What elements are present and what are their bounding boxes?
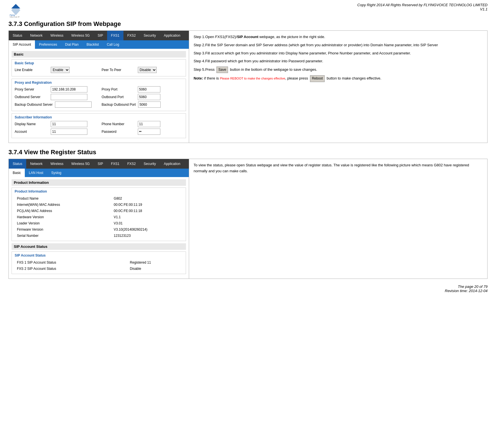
nav2-network[interactable]: Network	[26, 159, 46, 169]
account-input[interactable]	[51, 129, 87, 135]
line-enable-select[interactable]: Enable Disable	[51, 67, 70, 73]
outbound-port-label: Outbound Port	[102, 95, 136, 99]
nav2-fxs2[interactable]: FXS2	[123, 159, 140, 169]
proxy-server-label: Proxy Server	[15, 87, 48, 91]
section2-instructions: To view the status, please open Status w…	[189, 159, 487, 279]
phone-number-input[interactable]	[138, 121, 160, 127]
section2-nav-bar: Status Network Wireless Wireless 5G SIP …	[9, 159, 189, 169]
field-value: Registered 11	[128, 260, 182, 265]
outbound-server-input[interactable]	[51, 94, 87, 100]
section2-sub-nav: Basic LAN Host Syslog	[9, 169, 189, 177]
backup-port-input[interactable]	[138, 101, 161, 108]
nav-status[interactable]: Status	[9, 31, 26, 40]
field-label: Internet(WAN) MAC Address	[15, 202, 112, 208]
display-row: Display Name Phone Number	[15, 121, 183, 127]
reboot-warning: Please REBOOT to make the changes effect…	[220, 77, 285, 80]
nav-sip[interactable]: SIP	[94, 31, 107, 40]
subnav-dial-plan[interactable]: Dial Plan	[61, 40, 83, 49]
section2-form: Product Information Product Information …	[9, 177, 189, 279]
table-row: Firmware VersionV3.10(201408260214)	[15, 227, 182, 232]
nav2-wireless[interactable]: Wireless	[46, 159, 67, 169]
proxy-port-input[interactable]	[138, 86, 160, 92]
section2-content: Status Network Wireless Wireless 5G SIP …	[8, 159, 488, 279]
backup-server-label: Backup Outbound Server	[15, 103, 53, 107]
subnav-blacklist[interactable]: Blacklist	[83, 40, 103, 49]
nav-application[interactable]: Application	[160, 31, 184, 40]
product-info-table: Product NameG802Internet(WAN) MAC Addres…	[15, 195, 183, 239]
sip-status-header: SIP Account Status	[12, 243, 186, 250]
backup-server-pair: Backup Outbound Server	[15, 101, 96, 108]
display-name-input[interactable]	[51, 121, 87, 127]
nav-network[interactable]: Network	[26, 31, 46, 40]
phone-number-label: Phone Number	[102, 122, 136, 126]
proxy-server-pair: Proxy Server	[15, 86, 96, 92]
section1-nav-bar: Status Network Wireless Wireless 5G SIP …	[9, 31, 189, 40]
step3-text: Step 3.Fill account which get from you a…	[194, 50, 483, 56]
subscriber-group: Subscriber Information Display Name Phon…	[12, 113, 186, 138]
nav-fxs2[interactable]: FXS2	[123, 31, 140, 40]
outbound-port-input[interactable]	[138, 94, 160, 100]
backup-row: Backup Outbound Server Backup Outbound P…	[15, 101, 183, 108]
field-label: Hardware Version	[15, 214, 112, 220]
phone-number-pair: Phone Number	[102, 121, 183, 127]
proxy-port-label: Proxy Port	[102, 87, 136, 91]
field-label: Serial Number	[15, 233, 112, 239]
backup-port-label: Backup Outbound Port	[102, 103, 136, 107]
outbound-server-pair: Outbound Server	[15, 94, 96, 100]
nav-security[interactable]: Security	[140, 31, 160, 40]
nav2-status[interactable]: Status	[9, 159, 26, 169]
step2-text: Step 2.Fill the SIP Server domain and SI…	[194, 42, 483, 48]
table-row: Hardware VersionV1.1	[15, 214, 182, 220]
logo: Flying Voice over IP	[8, 3, 23, 17]
field-value: V3.10(201408260214)	[112, 227, 182, 232]
table-row: Loader VersionV3.01	[15, 220, 182, 226]
proxy-server-input[interactable]	[51, 86, 87, 92]
reboot-button-demo: Reboot	[310, 75, 325, 82]
section1-instructions: Step 1.Open FXS1(FXS2)/SIP Account webpa…	[189, 31, 487, 143]
peer-to-peer-pair: Peer To Peer Disable Enable	[102, 67, 183, 73]
nav2-wireless5g[interactable]: Wireless 5G	[67, 159, 94, 169]
field-value: G802	[112, 196, 182, 201]
section2-instruction-text: To view the status, please open Status w…	[194, 162, 483, 174]
subscriber-legend: Subscriber Information	[15, 115, 183, 119]
account-row: Account Password	[15, 129, 183, 135]
line-enable-label: Line Enable	[15, 68, 48, 72]
proxy-legend: Proxy and Registration	[15, 81, 183, 85]
nav-wireless5g[interactable]: Wireless 5G	[67, 31, 94, 40]
section2-ui-panel: Status Network Wireless Wireless 5G SIP …	[9, 159, 189, 279]
password-input[interactable]	[138, 129, 160, 135]
section1-sub-nav: SIP Account Preferences Dial Plan Blackl…	[9, 40, 189, 49]
footer-revision: Revision time: 2014-12-04	[445, 289, 488, 293]
note-text: Note: if there is Please REBOOT to make …	[194, 75, 483, 82]
nav2-application[interactable]: Application	[160, 159, 184, 169]
nav-wireless[interactable]: Wireless	[46, 31, 67, 40]
footer: The page 20 of 79 Revision time: 2014-12…	[8, 284, 488, 293]
field-value: Disable	[128, 266, 182, 272]
field-value: V1.1	[112, 214, 182, 220]
account-pair: Account	[15, 129, 96, 135]
subnav2-syslog[interactable]: Syslog	[47, 169, 65, 177]
product-info-header: Product Information	[12, 179, 186, 186]
subnav-preferences[interactable]: Preferences	[35, 40, 61, 49]
nav2-fxs1[interactable]: FXS1	[107, 159, 123, 169]
nav2-sip[interactable]: SIP	[94, 159, 107, 169]
subnav-call-log[interactable]: Call Log	[103, 40, 123, 49]
section1-content: Status Network Wireless Wireless 5G SIP …	[8, 30, 488, 143]
field-value: V3.01	[112, 220, 182, 226]
table-row: FXS 2 SIP Account StatusDisable	[15, 266, 182, 272]
backup-server-input[interactable]	[55, 101, 92, 108]
peer-to-peer-label: Peer To Peer	[102, 68, 136, 72]
nav-fxs1[interactable]: FXS1	[107, 31, 123, 40]
step5-text: Step 5.Press Save button in the bottom o…	[194, 67, 483, 73]
table-row: FXS 1 SIP Account StatusRegistered 11	[15, 260, 182, 265]
section1-ui-panel: Status Network Wireless Wireless 5G SIP …	[9, 31, 189, 143]
subnav2-basic[interactable]: Basic	[9, 169, 25, 177]
password-label: Password	[102, 130, 136, 134]
subnav-sip-account[interactable]: SIP Account	[9, 40, 35, 49]
peer-to-peer-select[interactable]: Disable Enable	[138, 67, 157, 73]
outbound-port-pair: Outbound Port	[102, 94, 183, 100]
copyright-header: Copy Right 2014 All Rights Reserved by F…	[357, 3, 488, 11]
nav2-security[interactable]: Security	[140, 159, 160, 169]
outbound-server-label: Outbound Server	[15, 95, 48, 99]
subnav2-lan-host[interactable]: LAN Host	[25, 169, 47, 177]
